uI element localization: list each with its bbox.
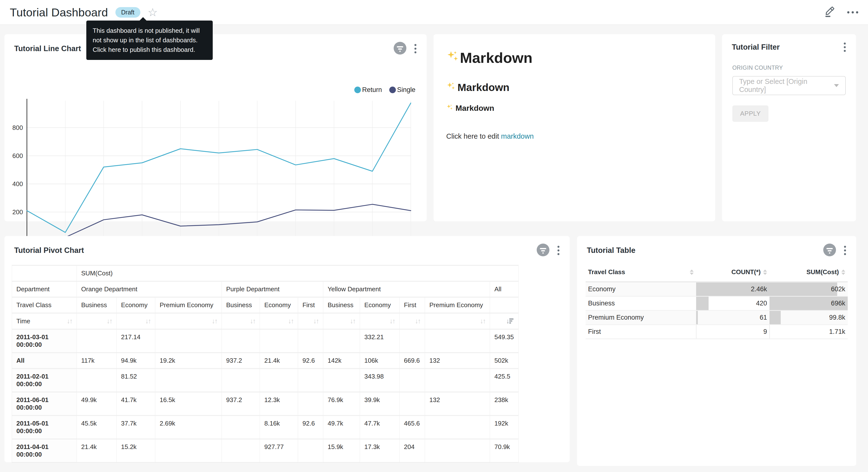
pivot-cell: 937.2 (222, 353, 260, 369)
pivot-cell: 549.35 (490, 330, 519, 353)
pivot-cell (260, 330, 298, 353)
cell-bar (696, 325, 696, 338)
pivot-cell: 425.5 (490, 369, 519, 392)
pivot-row-header: All (12, 353, 77, 369)
pivot-sort-cell: ↓↑ (323, 314, 360, 330)
column-header-count[interactable]: COUNT(*) (696, 263, 770, 283)
pivot-axis-label: Travel Class (12, 298, 77, 314)
pivot-sort-cell: ↓ (490, 314, 519, 330)
pivot-sort-cell: ↓↑ (117, 314, 155, 330)
pivot-data-row: 2011-03-01 00:00:00217.14332.21549.35 (12, 330, 519, 353)
sort-icon[interactable]: ↓↑ (145, 317, 151, 325)
cell-count: 2.46k (696, 283, 770, 297)
sort-icon[interactable]: ↓↑ (106, 317, 112, 325)
sort-icon[interactable]: ↓↑ (250, 317, 255, 325)
star-icon[interactable]: ☆ (148, 7, 158, 18)
kebab-menu-icon[interactable] (843, 41, 847, 53)
legend-item-single[interactable]: Single (389, 86, 415, 94)
pivot-cell: 204 (400, 440, 425, 463)
sort-icon[interactable]: ↓↑ (67, 317, 72, 325)
sort-icon[interactable] (690, 269, 694, 275)
pivot-cell (425, 416, 490, 440)
pivot-cell (298, 392, 323, 416)
pivot-cell (155, 330, 222, 353)
kebab-menu-icon[interactable] (413, 43, 417, 54)
pivot-cell: 502k (490, 353, 519, 369)
sort-icon[interactable] (841, 269, 845, 275)
table-row[interactable]: Business420696k (586, 297, 848, 311)
pivot-cell: 142k (323, 353, 360, 369)
pivot-cell: 39.9k (360, 392, 400, 416)
table-row[interactable]: Premium Economy6199.8k (586, 311, 848, 325)
apply-button[interactable]: APPLY (732, 106, 769, 122)
table-header-row: Travel Class COUNT(*) SUM(Cost) (586, 263, 848, 283)
pivot-cell (425, 369, 490, 392)
edit-pencil-icon[interactable] (824, 6, 835, 19)
pivot-table: SUM(Cost)DepartmentOrange DepartmentPurp… (12, 265, 519, 463)
pivot-col-header: Business (77, 298, 117, 314)
pivot-sort-cell: ↓↑ (425, 314, 490, 330)
sort-desc-icon[interactable]: ↓ (506, 317, 514, 325)
cell-count: 61 (696, 311, 770, 325)
pivot-cell: 41.7k (117, 392, 155, 416)
pivot-cell: 132 (425, 353, 490, 369)
markdown-card[interactable]: Markdown Markdown Markdown Click here to… (434, 34, 715, 221)
column-header-sum-cost[interactable]: SUM(Cost) (770, 263, 848, 283)
pivot-cell: 8.16k (260, 416, 298, 440)
pivot-cell: 15.9k (323, 440, 360, 463)
pivot-cell: 332.21 (360, 330, 400, 353)
pivot-cell: 132 (425, 392, 490, 416)
pivot-corner-cell (12, 266, 77, 282)
sparkles-icon (446, 82, 456, 93)
draft-badge[interactable]: Draft (115, 7, 141, 18)
sparkles-icon (446, 50, 459, 66)
sort-icon[interactable]: ↓↑ (288, 317, 293, 325)
pivot-row-header: 2011-03-01 00:00:00 (12, 330, 77, 353)
markdown-paragraph: Click here to edit markdown (446, 132, 703, 140)
pivot-cell: 19.2k (155, 353, 222, 369)
sort-icon[interactable]: ↓↑ (212, 317, 217, 325)
pivot-row-header: 2011-04-01 00:00:00 (12, 440, 77, 463)
table-card: Tutorial Table Travel Class (577, 236, 856, 466)
pivot-col-header: Premium Economy (425, 298, 490, 314)
pivot-cell: 94.9k (117, 353, 155, 369)
cell-travel-class: Business (586, 297, 696, 311)
pivot-cell: 76.9k (323, 392, 360, 416)
filter-indicator-icon[interactable] (823, 243, 836, 258)
sort-icon[interactable]: ↓↑ (480, 317, 485, 325)
markdown-h2: Markdown (446, 82, 703, 93)
kebab-menu-icon[interactable] (557, 245, 560, 256)
sort-icon[interactable]: ↓↑ (415, 317, 420, 325)
pivot-col-header: First (400, 298, 425, 314)
pivot-time-header: Time↓↑ (12, 314, 77, 330)
sort-icon[interactable]: ↓↑ (390, 317, 395, 325)
kebab-menu-icon[interactable] (843, 245, 847, 256)
pivot-cell: 16.5k (155, 392, 222, 416)
tooltip-arrow (140, 17, 147, 21)
legend-dot-icon (389, 87, 396, 93)
pivot-group-header: Orange Department (77, 282, 222, 298)
origin-country-select[interactable]: Type or Select [Origin Country] (732, 76, 846, 95)
legend-item-return[interactable]: Return (354, 86, 382, 94)
sort-icon[interactable]: ↓↑ (350, 317, 355, 325)
sort-icon[interactable]: ↓↑ (313, 317, 319, 325)
origin-country-label: ORIGIN COUNTRY (732, 65, 846, 71)
series-line-single[interactable] (65, 204, 411, 237)
edit-markdown-link[interactable]: markdown (501, 132, 534, 140)
pivot-group-header: Purple Department (222, 282, 323, 298)
filter-indicator-icon[interactable] (394, 41, 407, 56)
sort-icon[interactable] (763, 269, 767, 275)
draft-tooltip: This dashboard is not published, it will… (86, 21, 213, 60)
pivot-col-header: Economy (117, 298, 155, 314)
pivot-cell: 192k (490, 416, 519, 440)
filter-card-title: Tutorial Filter (732, 43, 780, 52)
table-row[interactable]: First91.71k (586, 325, 848, 339)
pivot-cell: 937.2 (222, 392, 260, 416)
table-row[interactable]: Economy2.46k602k (586, 283, 848, 297)
column-header-travel-class[interactable]: Travel Class (586, 263, 696, 283)
pivot-cell: 343.98 (360, 369, 400, 392)
filter-indicator-icon[interactable] (536, 243, 550, 258)
ellipsis-menu-icon[interactable] (847, 11, 858, 13)
pivot-department-row: DepartmentOrange DepartmentPurple Depart… (12, 282, 519, 298)
line-chart-card: Tutorial Line Chart ReturnSingle 2004006… (4, 34, 427, 221)
